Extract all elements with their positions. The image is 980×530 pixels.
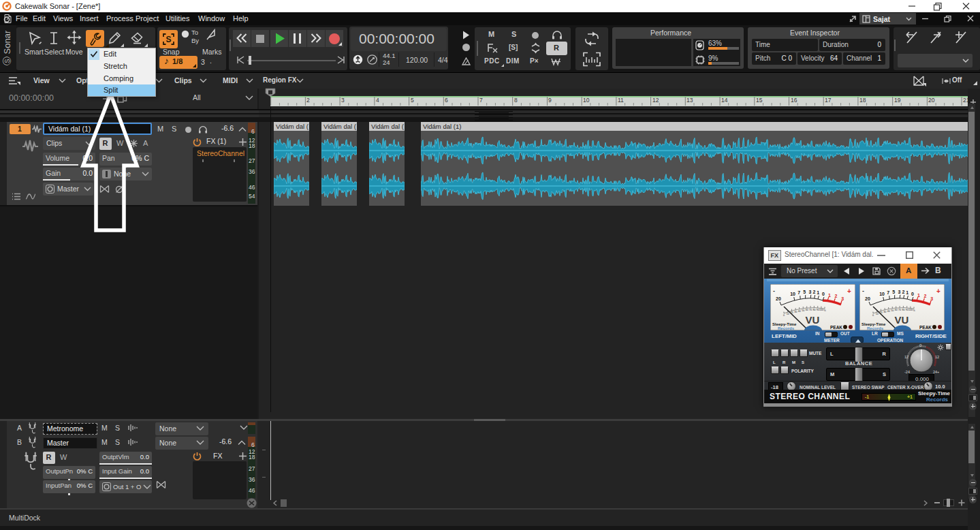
svg-text:70: 70 — [809, 309, 812, 311]
svg-text:0: 0 — [783, 314, 785, 317]
svg-text:10: 10 — [879, 292, 885, 296]
svg-text:PEAK: PEAK — [919, 325, 932, 330]
svg-text:1: 1 — [906, 290, 908, 295]
svg-text:VU: VU — [806, 314, 820, 326]
svg-text:20: 20 — [776, 296, 781, 301]
svg-text:50: 50 — [802, 309, 804, 312]
svg-text:3: 3 — [841, 296, 844, 301]
svg-text:3: 3 — [898, 290, 901, 294]
svg-text:40: 40 — [798, 310, 801, 313]
svg-text:10: 10 — [790, 292, 795, 296]
svg-text:30: 30 — [794, 311, 797, 313]
svg-text:-: - — [862, 287, 864, 294]
svg-text:2: 2 — [813, 290, 816, 294]
svg-text:Records: Records — [867, 326, 884, 330]
svg-text:20: 20 — [865, 296, 870, 301]
svg-text:40: 40 — [887, 310, 890, 313]
svg-text:0: 0 — [872, 314, 874, 317]
svg-text:Records: Records — [778, 326, 795, 330]
svg-text:S: S — [165, 35, 171, 44]
svg-text:80: 80 — [812, 309, 815, 311]
svg-text:2: 2 — [923, 294, 926, 298]
svg-text:10: 10 — [876, 313, 879, 315]
svg-text:1: 1 — [817, 290, 819, 295]
svg-text:2: 2 — [902, 290, 905, 294]
svg-text:5: 5 — [803, 290, 806, 294]
svg-text:60: 60 — [806, 309, 808, 311]
svg-text:2: 2 — [834, 294, 837, 298]
svg-text:1: 1 — [828, 293, 831, 298]
svg-text:50: 50 — [891, 309, 894, 312]
svg-text:60: 60 — [895, 309, 898, 311]
svg-text:-: - — [773, 287, 775, 294]
svg-text:VU: VU — [895, 314, 909, 326]
svg-text:0: 0 — [911, 292, 914, 296]
svg-text:5: 5 — [892, 290, 895, 294]
svg-text:PEAK: PEAK — [830, 325, 842, 330]
svg-text:3: 3 — [809, 290, 812, 294]
svg-text:+: + — [847, 287, 851, 295]
svg-text:1: 1 — [917, 293, 920, 298]
svg-text:30: 30 — [883, 311, 886, 313]
svg-text:7: 7 — [887, 290, 889, 295]
svg-text:7: 7 — [797, 290, 800, 295]
svg-text:70: 70 — [898, 309, 901, 311]
svg-text:+: + — [936, 287, 941, 295]
svg-text:10: 10 — [787, 313, 789, 315]
svg-text:100: 100 — [908, 309, 913, 311]
svg-text:0: 0 — [822, 292, 825, 296]
svg-text:80: 80 — [902, 309, 904, 311]
svg-text:3: 3 — [930, 296, 933, 301]
svg-text:100: 100 — [819, 309, 823, 311]
